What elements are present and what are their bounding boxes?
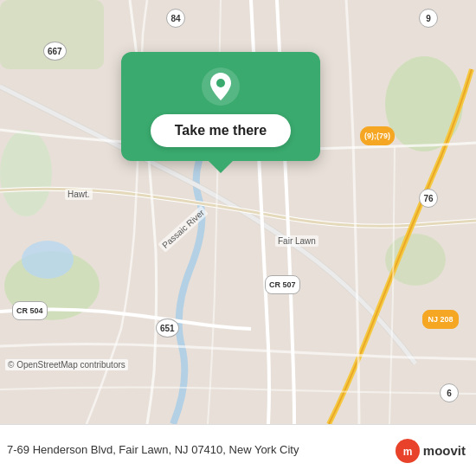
moovit-logo[interactable]: m moovit	[396, 439, 466, 463]
popup-card: Take me there	[121, 52, 320, 161]
badge-9-top: 9	[419, 9, 438, 28]
address-text: 7-69 Henderson Blvd, Fair Lawn, NJ 07410…	[7, 442, 396, 458]
badge-9-79: (9);(79)	[360, 126, 395, 145]
bottom-bar: 7-69 Henderson Blvd, Fair Lawn, NJ 07410…	[0, 424, 476, 476]
badge-cr504: CR 504	[12, 301, 48, 320]
svg-point-5	[0, 130, 52, 216]
moovit-label: moovit	[423, 443, 466, 458]
badge-84: 84	[166, 9, 185, 28]
badge-76: 76	[419, 189, 438, 208]
badge-667: 667	[43, 42, 67, 61]
location-pin-icon	[202, 68, 240, 106]
svg-point-6	[22, 241, 74, 279]
hawthorne-label: Hawt.	[65, 189, 93, 200]
fair-lawn-label: Fair Lawn	[275, 235, 318, 247]
badge-6-bottom: 6	[440, 383, 459, 402]
moovit-icon: m	[396, 439, 420, 463]
map-area: Passaic River Fair Lawn Hawt. 84 667 9 (…	[0, 0, 476, 424]
badge-651: 651	[156, 318, 179, 338]
svg-point-8	[216, 79, 225, 87]
badge-cr507: CR 507	[265, 275, 300, 294]
svg-text:m: m	[402, 446, 412, 458]
osm-credit: © OpenStreetMap contributors	[5, 359, 128, 370]
take-me-there-button[interactable]: Take me there	[151, 114, 291, 147]
badge-nj208: NJ 208	[422, 310, 459, 329]
